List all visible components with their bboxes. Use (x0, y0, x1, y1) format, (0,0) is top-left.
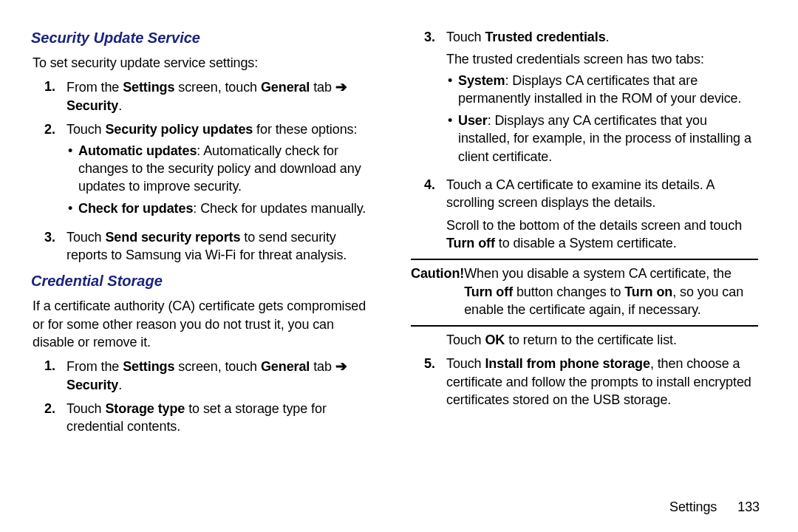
text: screen, touch (174, 359, 261, 374)
bullet-body: Check for updates: Check for updates man… (78, 200, 378, 217)
step-number: 1. (31, 78, 66, 115)
text: to return to the certificate list. (505, 332, 677, 347)
bullet-body: User: Displays any CA certificates that … (458, 112, 758, 166)
step-body: Touch Install from phone storage, then c… (446, 355, 758, 409)
step-4: 4. Touch a CA certificate to examine its… (411, 176, 758, 252)
bold-ok: OK (485, 332, 505, 347)
bullet-icon: • (446, 112, 458, 166)
text: button changes to (513, 284, 624, 299)
heading-security-update-service: Security Update Service (31, 28, 378, 48)
bold-general: General (261, 359, 310, 374)
text: Touch (66, 122, 105, 137)
manual-page: Security Update Service To set security … (0, 0, 798, 532)
bullet-automatic-updates: • Automatic updates: Automatically check… (66, 142, 378, 196)
left-column: Security Update Service To set security … (31, 28, 395, 517)
step-5: 5. Touch Install from phone storage, the… (411, 355, 758, 409)
bold-label: System (458, 73, 505, 88)
page-footer: Settings133 (669, 498, 760, 516)
bullet-icon: • (446, 72, 458, 108)
bullet-system-tab: • System: Displays CA certificates that … (446, 72, 758, 108)
bullet-body: Automatic updates: Automatically check f… (78, 142, 378, 196)
step-body: From the Settings screen, touch General … (66, 357, 378, 394)
step-body: Touch Send security reports to send secu… (66, 228, 378, 265)
steps-security-update: 1. From the Settings screen, touch Gener… (31, 78, 378, 264)
text: : Displays any CA certificates that you … (458, 113, 751, 164)
bold-label: User (458, 113, 488, 128)
text: : Check for updates manually. (193, 201, 366, 216)
bold-label: Automatic updates (78, 143, 197, 158)
right-column: 3. Touch Trusted credentials. The truste… (395, 28, 758, 517)
step-number: 5. (411, 355, 446, 409)
bold-settings: Settings (123, 80, 174, 95)
steps-continued: 3. Touch Trusted credentials. The truste… (411, 28, 758, 252)
bold-settings: Settings (123, 359, 174, 374)
step-1: 1. From the Settings screen, touch Gener… (31, 357, 378, 394)
bullet-user-tab: • User: Displays any CA certificates tha… (446, 112, 758, 166)
text: Touch (446, 332, 485, 347)
arrow-icon: ➔ (335, 79, 347, 95)
intro-text: If a certificate authority (CA) certific… (33, 297, 378, 351)
text: screen, touch (174, 80, 261, 95)
bold-policy-updates: Security policy updates (105, 122, 253, 137)
step-3: 3. Touch Trusted credentials. The truste… (411, 28, 758, 170)
text: Touch (446, 30, 485, 44)
step-number: 3. (411, 28, 446, 170)
text: The trusted credentials screen has two t… (446, 50, 758, 68)
steps-credential-storage: 1. From the Settings screen, touch Gener… (31, 357, 378, 436)
step-4-cont: Touch OK to return to the certificate li… (411, 331, 758, 349)
step-3: 3. Touch Send security reports to send s… (31, 228, 378, 265)
text: . (118, 378, 122, 392)
step-body: Touch OK to return to the certificate li… (446, 331, 758, 349)
text: for these options: (253, 122, 357, 137)
caution-label: Caution! (411, 265, 464, 318)
text: Scroll to the bottom of the details scre… (446, 218, 742, 233)
step-number: 2. (31, 120, 66, 222)
text: . (606, 30, 610, 44)
text: Touch (446, 356, 485, 371)
text: to disable a System certificate. (495, 236, 677, 250)
heading-credential-storage: Credential Storage (31, 271, 378, 291)
bold-turn-off: Turn off (464, 284, 513, 299)
step-number: 4. (411, 176, 446, 252)
text: When you disable a system CA certificate… (464, 266, 732, 281)
step-body: Touch Storage type to set a storage type… (66, 400, 378, 436)
bold-turn-on: Turn on (624, 284, 672, 299)
bold-send-reports: Send security reports (105, 230, 240, 245)
arrow-icon: ➔ (335, 358, 347, 374)
footer-section: Settings (669, 499, 717, 514)
steps-continued-2: Touch OK to return to the certificate li… (411, 331, 758, 409)
text: Touch (66, 230, 105, 245)
caution-block: Caution! When you disable a system CA ce… (411, 265, 758, 318)
text: . (118, 98, 122, 113)
divider (411, 325, 758, 327)
text: From the (66, 359, 123, 374)
step-1: 1. From the Settings screen, touch Gener… (31, 78, 378, 115)
sub-bullets: • Automatic updates: Automatically check… (66, 142, 378, 218)
footer-page-number: 133 (737, 499, 760, 514)
step-body: Touch Trusted credentials. The trusted c… (446, 28, 758, 170)
text: Scroll to the bottom of the details scre… (446, 216, 758, 253)
text: Security (66, 98, 118, 113)
text: tab (310, 80, 335, 95)
bullet-body: System: Displays CA certificates that ar… (458, 72, 758, 108)
step-2: 2. Touch Storage type to set a storage t… (31, 400, 378, 436)
sub-bullets: • System: Displays CA certificates that … (446, 72, 758, 166)
step-body: Touch a CA certificate to examine its de… (446, 176, 758, 252)
text: tab (310, 359, 335, 374)
bullet-icon: • (66, 142, 78, 196)
step-body: Touch Security policy updates for these … (66, 120, 378, 222)
bullet-icon: • (66, 200, 78, 217)
step-number-empty (411, 331, 446, 349)
step-number: 1. (31, 357, 66, 394)
bold-label: Check for updates (78, 201, 193, 216)
step-number: 3. (31, 228, 66, 265)
bullet-check-for-updates: • Check for updates: Check for updates m… (66, 200, 378, 217)
divider (411, 259, 758, 260)
bold-install-from-storage: Install from phone storage (485, 356, 649, 371)
step-2: 2. Touch Security policy updates for the… (31, 120, 378, 222)
text: Touch a CA certificate to examine its de… (446, 177, 714, 210)
bold-trusted-credentials: Trusted credentials (485, 30, 605, 44)
intro-text: To set security update service settings: (33, 54, 378, 72)
bold-turn-off: Turn off (446, 236, 495, 250)
text: From the (66, 80, 123, 95)
